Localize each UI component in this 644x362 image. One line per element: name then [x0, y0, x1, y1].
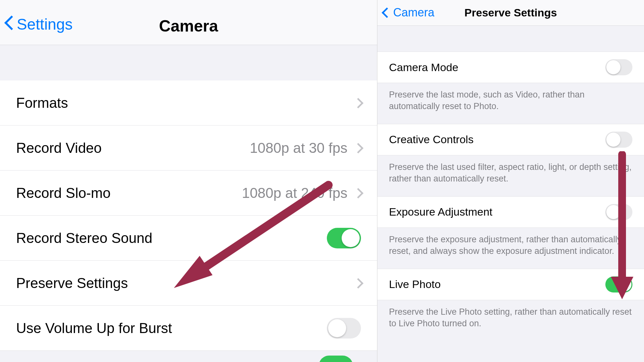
toggle-record-stereo-sound[interactable] — [327, 228, 361, 248]
preserve-settings-panel: Camera Preserve Settings Camera Mode Pre… — [377, 0, 644, 362]
chevron-right-icon — [355, 143, 361, 153]
row-label: Preserve Settings — [16, 275, 128, 291]
row-footer: Preserve the last mode, such as Video, r… — [377, 83, 644, 124]
back-label: Settings — [17, 15, 72, 33]
row-label: Record Video — [16, 140, 102, 156]
page-title: Camera — [159, 17, 218, 35]
back-button[interactable]: Camera — [383, 6, 434, 19]
camera-settings-panel: Settings Camera Formats Record Video 108… — [0, 0, 377, 362]
page-title: Preserve Settings — [464, 6, 557, 19]
chevron-right-icon — [355, 97, 361, 108]
toggle-volume-up-burst[interactable] — [327, 318, 361, 339]
row-label: Record Stereo Sound — [16, 230, 152, 246]
row-formats[interactable]: Formats — [0, 80, 377, 125]
row-record-slomo[interactable]: Record Slo-mo 1080p at 240 fps — [0, 171, 377, 216]
row-label: Creative Controls — [389, 133, 474, 146]
row-footer: Preserve the exposure adjustment, rather… — [377, 228, 644, 269]
chevron-right-icon — [355, 188, 361, 199]
toggle-creative-controls[interactable] — [605, 132, 632, 148]
row-creative-controls: Creative Controls — [377, 124, 644, 155]
row-volume-up-burst: Use Volume Up for Burst — [0, 306, 377, 351]
section-gap — [377, 26, 644, 51]
row-record-video[interactable]: Record Video 1080p at 30 fps — [0, 125, 377, 171]
toggle-live-photo[interactable] — [605, 276, 632, 292]
toggle-exposure-adjustment[interactable] — [605, 204, 632, 220]
partial-toggle-peek — [319, 356, 353, 362]
row-value: 1080p at 30 fps — [250, 140, 347, 156]
chevron-left-icon — [6, 18, 14, 31]
row-footer: Preserve the last used filter, aspect ra… — [377, 155, 644, 196]
row-label: Use Volume Up for Burst — [16, 320, 172, 336]
row-preserve-settings[interactable]: Preserve Settings — [0, 261, 377, 306]
toggle-camera-mode[interactable] — [605, 59, 632, 75]
row-footer: Preserve the Live Photo setting, rather … — [377, 300, 644, 341]
row-label: Exposure Adjustment — [389, 206, 492, 218]
section-gap — [0, 45, 377, 80]
row-label: Formats — [16, 95, 68, 111]
navbar: Camera Preserve Settings — [377, 0, 644, 26]
navbar: Settings Camera — [0, 0, 377, 45]
row-exposure-adjustment: Exposure Adjustment — [377, 196, 644, 228]
row-camera-mode: Camera Mode — [377, 51, 644, 83]
row-label: Camera Mode — [389, 61, 458, 74]
back-label: Camera — [393, 6, 434, 19]
row-live-photo: Live Photo — [377, 269, 644, 300]
row-label: Record Slo-mo — [16, 185, 110, 201]
chevron-left-icon — [383, 9, 391, 16]
chevron-right-icon — [355, 278, 361, 289]
row-value: 1080p at 240 fps — [242, 185, 347, 201]
row-record-stereo-sound: Record Stereo Sound — [0, 216, 377, 261]
row-label: Live Photo — [389, 278, 441, 291]
back-button[interactable]: Settings — [6, 15, 72, 33]
